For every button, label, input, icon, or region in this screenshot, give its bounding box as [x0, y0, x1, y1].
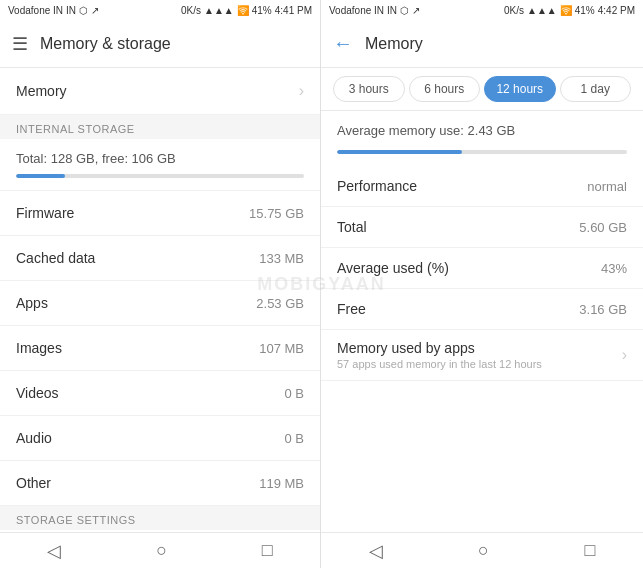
audio-item: Audio 0 B — [0, 416, 320, 461]
other-item: Other 119 MB — [0, 461, 320, 506]
cached-value: 133 MB — [259, 251, 304, 266]
left-wifi-icon: 🛜 — [237, 5, 249, 16]
videos-value: 0 B — [284, 386, 304, 401]
left-content: Memory › INTERNAL STORAGE Total: 128 GB,… — [0, 68, 320, 532]
left-status-left: Vodafone IN IN ⬡ ↗ — [8, 5, 99, 16]
total-row: Total 5.60 GB — [321, 207, 643, 248]
images-value: 107 MB — [259, 341, 304, 356]
avg-used-label: Average used (%) — [337, 260, 449, 276]
avg-memory-text: Average memory use: 2.43 GB — [321, 111, 643, 142]
memory-chevron: › — [299, 82, 304, 100]
left-status-bar: Vodafone IN IN ⬡ ↗ 0K/s ▲▲▲ 🛜 41% 4:41 P… — [0, 0, 320, 20]
left-back-nav[interactable]: ◁ — [47, 540, 61, 562]
performance-value: normal — [587, 179, 627, 194]
videos-label: Videos — [16, 385, 59, 401]
storage-bar-background — [16, 174, 304, 178]
left-page-title: Memory & storage — [40, 35, 171, 53]
hamburger-icon[interactable]: ☰ — [12, 33, 28, 55]
right-signal-icon: ▲▲▲ — [527, 5, 557, 16]
left-speed: 0K/s — [181, 5, 201, 16]
right-page-title: Memory — [365, 35, 423, 53]
right-wifi-icon: 🛜 — [560, 5, 572, 16]
memory-apps-sub: 57 apps used memory in the last 12 hours — [337, 358, 542, 370]
tab-bar: 3 hours 6 hours 12 hours 1 day — [321, 68, 643, 111]
storage-info: Total: 128 GB, free: 106 GB — [0, 139, 320, 191]
right-cast-icon: ⬡ — [400, 5, 409, 16]
storage-total-text: Total: 128 GB, free: 106 GB — [16, 151, 304, 166]
performance-label: Performance — [337, 178, 417, 194]
right-nav-bar: ◁ ○ □ — [321, 532, 643, 568]
memory-apps-info: Memory used by apps 57 apps used memory … — [337, 340, 542, 370]
memory-content: Average memory use: 2.43 GB Performance … — [321, 111, 643, 532]
left-panel: Vodafone IN IN ⬡ ↗ 0K/s ▲▲▲ 🛜 41% 4:41 P… — [0, 0, 321, 568]
left-in-icon: IN — [66, 5, 76, 16]
left-battery: 41% — [252, 5, 272, 16]
left-toolbar: ☰ Memory & storage — [0, 20, 320, 68]
tab-12hours[interactable]: 12 hours — [484, 76, 556, 102]
right-toolbar: ← Memory — [321, 20, 643, 68]
right-panel: Vodafone IN IN ⬡ ↗ 0K/s ▲▲▲ 🛜 41% 4:42 P… — [321, 0, 643, 568]
internal-storage-header: INTERNAL STORAGE — [0, 115, 320, 139]
firmware-label: Firmware — [16, 205, 74, 221]
free-label: Free — [337, 301, 366, 317]
firmware-value: 15.75 GB — [249, 206, 304, 221]
memory-label: Memory — [16, 83, 67, 99]
left-arrow-icon: ↗ — [91, 5, 99, 16]
memory-bar-background — [337, 150, 627, 154]
left-time: 4:41 PM — [275, 5, 312, 16]
total-label: Total — [337, 219, 367, 235]
left-recent-nav[interactable]: □ — [262, 540, 273, 561]
right-carrier: Vodafone IN — [329, 5, 384, 16]
left-status-right: 0K/s ▲▲▲ 🛜 41% 4:41 PM — [181, 5, 312, 16]
right-home-nav[interactable]: ○ — [478, 540, 489, 561]
free-value: 3.16 GB — [579, 302, 627, 317]
back-button[interactable]: ← — [333, 32, 353, 55]
audio-value: 0 B — [284, 431, 304, 446]
memory-apps-chevron: › — [622, 346, 627, 364]
avg-used-row: Average used (%) 43% — [321, 248, 643, 289]
right-status-right: 0K/s ▲▲▲ 🛜 41% 4:42 PM — [504, 5, 635, 16]
right-battery: 41% — [575, 5, 595, 16]
free-row: Free 3.16 GB — [321, 289, 643, 330]
apps-value: 2.53 GB — [256, 296, 304, 311]
tab-1day[interactable]: 1 day — [560, 76, 632, 102]
avg-used-value: 43% — [601, 261, 627, 276]
images-label: Images — [16, 340, 62, 356]
performance-row: Performance normal — [321, 166, 643, 207]
left-signal-icon: ▲▲▲ — [204, 5, 234, 16]
memory-bar-fill — [337, 150, 462, 154]
cached-label: Cached data — [16, 250, 95, 266]
tab-3hours[interactable]: 3 hours — [333, 76, 405, 102]
memory-list-item[interactable]: Memory › — [0, 68, 320, 115]
other-value: 119 MB — [259, 476, 304, 491]
images-item: Images 107 MB — [0, 326, 320, 371]
storage-bar-fill — [16, 174, 65, 178]
storage-settings-header: STORAGE SETTINGS — [0, 506, 320, 530]
right-speed: 0K/s — [504, 5, 524, 16]
left-cast-icon: ⬡ — [79, 5, 88, 16]
right-arrow-icon: ↗ — [412, 5, 420, 16]
right-back-nav[interactable]: ◁ — [369, 540, 383, 562]
total-value: 5.60 GB — [579, 220, 627, 235]
right-status-left: Vodafone IN IN ⬡ ↗ — [329, 5, 420, 16]
right-in-icon: IN — [387, 5, 397, 16]
left-carrier: Vodafone IN — [8, 5, 63, 16]
cached-item: Cached data 133 MB — [0, 236, 320, 281]
memory-apps-label: Memory used by apps — [337, 340, 542, 356]
videos-item: Videos 0 B — [0, 371, 320, 416]
left-home-nav[interactable]: ○ — [156, 540, 167, 561]
right-status-bar: Vodafone IN IN ⬡ ↗ 0K/s ▲▲▲ 🛜 41% 4:42 P… — [321, 0, 643, 20]
apps-label: Apps — [16, 295, 48, 311]
left-nav-bar: ◁ ○ □ — [0, 532, 320, 568]
audio-label: Audio — [16, 430, 52, 446]
memory-apps-row[interactable]: Memory used by apps 57 apps used memory … — [321, 330, 643, 381]
apps-item: Apps 2.53 GB — [0, 281, 320, 326]
other-label: Other — [16, 475, 51, 491]
right-time: 4:42 PM — [598, 5, 635, 16]
right-recent-nav[interactable]: □ — [584, 540, 595, 561]
tab-6hours[interactable]: 6 hours — [409, 76, 481, 102]
firmware-item: Firmware 15.75 GB — [0, 191, 320, 236]
